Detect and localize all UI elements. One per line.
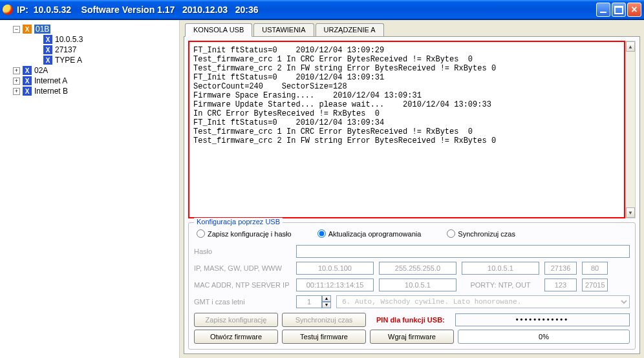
tree-child[interactable]: X 10.0.5.3 [3, 34, 177, 45]
radio-save-input[interactable] [197, 229, 205, 238]
save-config-button: Zapisz konfigurację [194, 313, 278, 327]
expand-icon[interactable]: + [13, 88, 20, 95]
label-ports: PORTY: NTP, OUT [462, 281, 539, 289]
close-button[interactable] [627, 3, 641, 17]
node-icon: X [23, 66, 32, 75]
tab-settings[interactable]: USTAWIENIA [253, 23, 314, 36]
tree-child-label: TYPE A [55, 56, 82, 65]
tree-panel: − X 01B X 10.0.5.3 X 27137 X TYPE A + [0, 20, 180, 358]
ntp-port-field [544, 279, 577, 291]
node-icon: X [43, 35, 52, 44]
node-icon: X [23, 87, 32, 96]
label-mac: MAC ADDR, NTP SERVER IP [194, 281, 291, 289]
radio-update-input[interactable] [317, 229, 326, 238]
label-gmt: GMT i czas letni [194, 298, 291, 306]
open-firmware-button[interactable]: Otwórz firmware [194, 330, 278, 344]
tree-node[interactable]: + X 02A [3, 65, 177, 76]
radio-save-config[interactable]: Zapisz konfigurację i hasło [197, 229, 292, 238]
node-icon: X [43, 56, 52, 65]
node-icon: X [23, 76, 32, 85]
label-ip: IP, MASK, GW, UDP, WWW [194, 264, 291, 272]
title-bar: IP: 10.0.5.32 Software Version 1.17 2010… [0, 0, 644, 19]
tree-node-label: Internet B [34, 87, 68, 96]
radio-sync-time[interactable]: Synchronizuj czas [447, 229, 515, 238]
label-password: Hasło [194, 247, 291, 255]
pin-field[interactable]: •••••••••••• [455, 313, 630, 326]
radio-sync-input[interactable] [447, 229, 455, 238]
tab-strip: KONSOLA USB USTAWIENIA URZĄDZENIE A [184, 23, 640, 36]
app-icon [3, 5, 13, 15]
tab-device-a[interactable]: URZĄDZENIE A [316, 23, 384, 36]
maximize-button[interactable] [612, 3, 626, 17]
test-firmware-button[interactable]: Testuj firmware [282, 330, 366, 344]
gmt-spinner: ▲ ▼ [296, 295, 331, 308]
expand-icon[interactable]: + [13, 67, 20, 74]
spin-down-icon: ▼ [322, 302, 331, 308]
node-icon: X [23, 25, 32, 34]
radio-firmware-update[interactable]: Aktualizacja oprogramowania [317, 229, 422, 238]
node-icon: X [43, 45, 52, 54]
tree-child-label: 27137 [55, 45, 76, 54]
gw-field [462, 262, 539, 275]
tree-child[interactable]: X 27137 [3, 45, 177, 55]
console-output[interactable]: FT_Init ftStatus=0 2010/12/04 13:09:29 T… [188, 41, 625, 218]
ntp-ip-field [379, 279, 456, 291]
usb-config-group: Konfiguracja poprzez USB Zapisz konfigur… [188, 222, 636, 350]
udp-field [544, 262, 577, 275]
window-title: IP: 10.0.5.32 Software Version 1.17 2010… [17, 5, 259, 15]
scroll-up-icon[interactable]: ▲ [626, 41, 635, 52]
tree-node-label: 02A [34, 66, 48, 75]
www-field [582, 262, 608, 275]
progress-bar: 0% [458, 330, 630, 344]
tree-node-label: Internet A [34, 76, 67, 85]
mask-field [379, 262, 456, 275]
tree-node[interactable]: + X Internet A [3, 76, 177, 86]
out-port-field [582, 279, 608, 291]
tree-root[interactable]: − X 01B [3, 24, 177, 34]
pin-label: PIN dla funkcji USB: [370, 316, 451, 324]
scroll-down-icon[interactable]: ▼ [626, 207, 635, 218]
mac-field [296, 279, 374, 291]
tree-child[interactable]: X TYPE A [3, 55, 177, 65]
dst-mode-select: 6. Auto, Wschody cywilne. Lato honorowan… [336, 295, 630, 308]
tab-console[interactable]: KONSOLA USB [185, 23, 252, 37]
collapse-icon[interactable]: − [13, 26, 20, 33]
spin-up-icon: ▲ [322, 295, 331, 302]
gmt-value [296, 295, 322, 308]
minimize-button[interactable] [596, 3, 610, 17]
tree-root-label: 01B [34, 25, 50, 34]
group-legend: Konfiguracja poprzez USB [194, 218, 283, 226]
sync-time-button: Synchronizuj czas [282, 313, 366, 327]
ip-field [296, 262, 374, 275]
expand-icon[interactable]: + [13, 78, 20, 85]
right-panel: KONSOLA USB USTAWIENIA URZĄDZENIE A FT_I… [180, 20, 644, 358]
password-field [296, 245, 630, 258]
tree-node[interactable]: + X Internet B [3, 86, 177, 96]
tab-page: FT_Init ftStatus=0 2010/12/04 13:09:29 T… [184, 36, 640, 354]
upload-firmware-button[interactable]: Wgraj firmware [370, 330, 454, 344]
tree-child-label: 10.0.5.3 [55, 35, 83, 44]
scrollbar[interactable]: ▲ ▼ [625, 41, 636, 218]
